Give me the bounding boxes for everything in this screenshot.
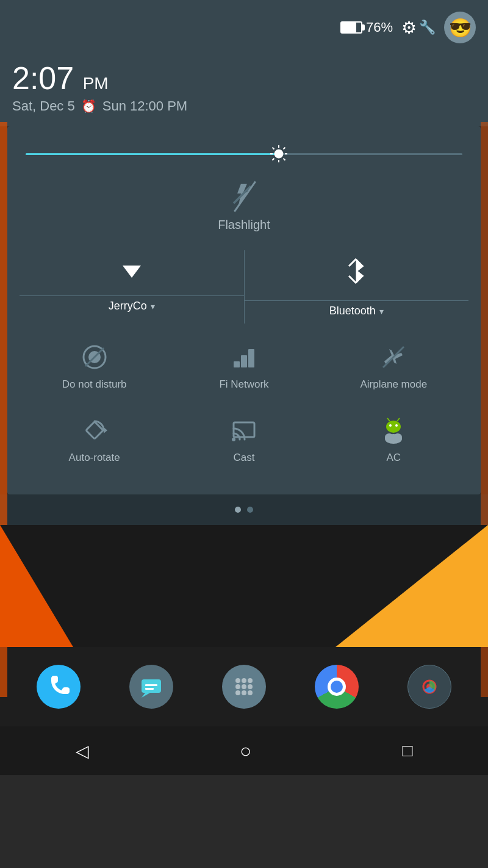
svg-point-35 bbox=[242, 678, 246, 683]
brightness-thumb[interactable] bbox=[268, 143, 290, 165]
svg-line-7 bbox=[284, 148, 285, 150]
brightness-icon bbox=[270, 145, 288, 163]
messages-svg bbox=[139, 675, 163, 699]
page-dots bbox=[0, 494, 488, 525]
airplane-mode-icon bbox=[378, 342, 409, 372]
svg-rect-14 bbox=[248, 349, 254, 367]
svg-point-22 bbox=[386, 421, 401, 433]
svg-point-34 bbox=[235, 678, 240, 683]
bluetooth-icon bbox=[344, 256, 368, 292]
clock-area: 2:07 PM Sat, Dec 5 ⏰ Sun 12:00 PM bbox=[0, 55, 488, 126]
airplane-mode-toggle[interactable]: Airplane mode bbox=[319, 330, 468, 403]
svg-marker-10 bbox=[123, 266, 141, 278]
back-button[interactable]: ◁ bbox=[76, 741, 89, 761]
svg-rect-33 bbox=[145, 688, 154, 690]
settings-wrench-area: ⚙ 🔧 bbox=[401, 18, 436, 38]
nav-bar: ◁ ○ □ bbox=[0, 726, 488, 775]
recents-button[interactable]: □ bbox=[402, 741, 412, 761]
cast-label: Cast bbox=[234, 452, 255, 464]
svg-line-26 bbox=[397, 418, 400, 421]
gear-icon[interactable]: ⚙ bbox=[401, 18, 417, 38]
svg-point-42 bbox=[248, 690, 253, 695]
svg-marker-31 bbox=[142, 693, 150, 698]
svg-point-41 bbox=[242, 690, 246, 695]
svg-point-0 bbox=[274, 150, 283, 158]
wifi-label-row: JerryCo ▾ bbox=[109, 300, 155, 313]
phone-svg bbox=[46, 675, 71, 699]
ac-icon bbox=[378, 415, 409, 446]
cast-toggle[interactable]: Cast bbox=[169, 403, 318, 476]
ac-toggle[interactable]: AC bbox=[319, 403, 468, 476]
dock-camera-icon[interactable] bbox=[407, 665, 451, 709]
svg-line-13 bbox=[85, 348, 104, 366]
flashlight-section[interactable]: Flashlight bbox=[20, 181, 468, 232]
brightness-slider[interactable] bbox=[26, 145, 462, 163]
svg-point-37 bbox=[235, 684, 240, 689]
wifi-network-name: JerryCo bbox=[109, 300, 147, 313]
dock-chrome-icon[interactable] bbox=[315, 665, 359, 709]
user-avatar-icon[interactable]: 😎 bbox=[444, 12, 476, 43]
ac-svg bbox=[379, 414, 407, 446]
svg-line-5 bbox=[273, 148, 274, 150]
home-button[interactable]: ○ bbox=[240, 740, 251, 762]
svg-line-8 bbox=[273, 159, 274, 161]
wifi-dropdown-arrow[interactable]: ▾ bbox=[151, 302, 155, 311]
svg-point-23 bbox=[389, 424, 392, 427]
page-dot-2 bbox=[247, 507, 253, 513]
quick-toggle-grid: Do not disturb Fi Network bbox=[20, 330, 468, 476]
svg-point-28 bbox=[385, 433, 393, 441]
page-dot-1 bbox=[235, 507, 241, 513]
battery-icon bbox=[340, 21, 362, 34]
camera-svg bbox=[417, 674, 442, 700]
svg-point-24 bbox=[395, 424, 398, 427]
bluetooth-section[interactable]: Bluetooth ▾ bbox=[245, 250, 469, 324]
dnd-svg bbox=[81, 343, 109, 371]
auto-rotate-toggle[interactable]: Auto-rotate bbox=[20, 403, 169, 476]
auto-rotate-icon bbox=[79, 415, 110, 446]
dock bbox=[0, 647, 488, 726]
chrome-inner-circle bbox=[331, 681, 343, 693]
auto-rotate-label: Auto-rotate bbox=[69, 452, 120, 464]
bt-label-row: Bluetooth ▾ bbox=[329, 305, 384, 317]
bt-divider bbox=[245, 300, 469, 301]
dock-messages-icon[interactable] bbox=[129, 665, 173, 709]
bt-dropdown-arrow[interactable]: ▾ bbox=[379, 306, 384, 316]
svg-rect-15 bbox=[241, 355, 247, 367]
fi-network-svg bbox=[230, 343, 258, 371]
svg-point-39 bbox=[248, 684, 253, 689]
wrench-icon: 🔧 bbox=[419, 20, 436, 35]
dock-apps-icon[interactable] bbox=[222, 665, 266, 709]
do-not-disturb-toggle[interactable]: Do not disturb bbox=[20, 330, 169, 403]
svg-point-21 bbox=[232, 438, 235, 441]
svg-rect-32 bbox=[145, 684, 157, 686]
svg-point-38 bbox=[242, 684, 246, 689]
fi-network-toggle[interactable]: Fi Network bbox=[169, 330, 318, 403]
wifi-icon bbox=[117, 256, 147, 287]
cast-svg bbox=[230, 416, 258, 444]
svg-line-17 bbox=[383, 347, 404, 367]
airplane-mode-label: Airplane mode bbox=[361, 378, 428, 391]
apps-svg bbox=[232, 675, 256, 699]
fi-network-label: Fi Network bbox=[219, 378, 268, 391]
clock-time: 2:07 PM bbox=[12, 61, 476, 96]
svg-line-6 bbox=[284, 159, 285, 161]
do-not-disturb-icon bbox=[79, 342, 110, 372]
wifi-divider bbox=[20, 295, 244, 296]
quick-settings-panel: Flashlight JerryCo ▾ bbox=[7, 126, 481, 494]
battery-info: 76% bbox=[340, 20, 393, 35]
airplane-svg bbox=[379, 343, 407, 371]
svg-rect-16 bbox=[234, 361, 240, 367]
dock-phone-icon[interactable] bbox=[37, 665, 81, 709]
wifi-svg bbox=[117, 256, 147, 281]
cast-icon bbox=[229, 415, 259, 446]
wifi-section[interactable]: JerryCo ▾ bbox=[20, 250, 245, 324]
flashlight-svg bbox=[229, 181, 256, 208]
alarm-icon: ⏰ bbox=[81, 99, 96, 114]
svg-point-36 bbox=[248, 678, 253, 683]
do-not-disturb-label: Do not disturb bbox=[62, 378, 127, 391]
wifi-bt-row: JerryCo ▾ Bluetooth ▾ bbox=[20, 250, 468, 324]
brightness-fill bbox=[26, 153, 279, 155]
wallpaper-area bbox=[0, 525, 488, 647]
bt-label: Bluetooth bbox=[329, 305, 376, 317]
brightness-row bbox=[20, 145, 468, 163]
